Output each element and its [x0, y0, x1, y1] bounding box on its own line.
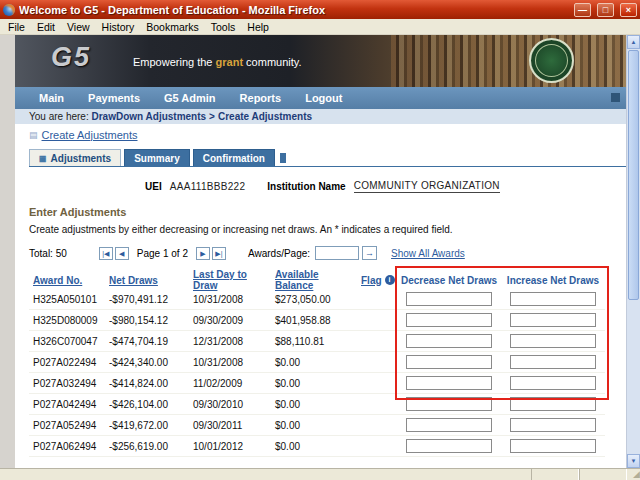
tab-adjustments[interactable]: ▦Adjustments [29, 149, 121, 166]
column-header-label[interactable]: Last Day to Draw [193, 269, 271, 291]
decrease-net-draws-input[interactable] [406, 397, 492, 411]
increase-net-draws-input[interactable] [510, 292, 596, 306]
increase-net-draws-input[interactable] [510, 376, 596, 390]
decrease-net-draws-input[interactable] [406, 418, 492, 432]
tab-endcap-decoration [280, 153, 286, 163]
last-day-to-draw-cell: 10/31/2008 [189, 294, 271, 305]
tab-label: Summary [134, 153, 180, 164]
available-balance-cell: $273,050.00 [271, 294, 357, 305]
go-button[interactable]: → [362, 246, 377, 260]
scrollbar-thumb[interactable] [628, 50, 639, 300]
tab-strip: ▦AdjustmentsSummaryConfirmation [29, 149, 626, 167]
page-content: ▤ Create Adjustments ▦AdjustmentsSummary… [15, 124, 626, 457]
column-header-award-no[interactable]: Award No. [29, 275, 105, 286]
increase-net-draws-input[interactable] [510, 334, 596, 348]
column-header-label[interactable]: Net Draws [109, 275, 158, 286]
nav-payments[interactable]: Payments [88, 92, 140, 104]
tab-confirmation[interactable]: Confirmation [193, 149, 275, 166]
nav-main[interactable]: Main [39, 92, 64, 104]
show-all-awards-link[interactable]: Show All Awards [391, 248, 465, 259]
decrease-net-draws-input[interactable] [406, 439, 492, 453]
maximize-button[interactable]: □ [597, 3, 614, 17]
column-header-flag[interactable]: Flagi [357, 275, 397, 286]
net-draws-cell: -$424,340.00 [105, 357, 189, 368]
increase-net-draws-input[interactable] [510, 397, 596, 411]
page-title-row: ▤ Create Adjustments [29, 127, 616, 142]
column-header-available-balance[interactable]: Available Balance [271, 269, 357, 291]
decrease-net-draws-input[interactable] [406, 292, 492, 306]
nav-logout[interactable]: Logout [305, 92, 342, 104]
scroll-up-icon[interactable]: ▲ [627, 35, 640, 49]
scroll-down-icon[interactable]: ▼ [627, 454, 640, 468]
decrease-cell [397, 313, 501, 327]
decrease-cell [397, 355, 501, 369]
first-page-button[interactable]: |◀ [99, 247, 113, 260]
breadcrumb-link-create-adjustments[interactable]: Create Adjustments [218, 111, 312, 122]
column-header-label[interactable]: Flag [361, 275, 382, 286]
instructions-text: Create adjustments by either decreasing … [29, 224, 616, 235]
decrease-cell [397, 334, 501, 348]
net-draws-cell: -$419,672.00 [105, 420, 189, 431]
net-draws-cell: -$256,619.00 [105, 441, 189, 452]
increase-cell [501, 355, 605, 369]
menu-view[interactable]: View [61, 21, 96, 33]
available-balance-cell: $88,110.81 [271, 336, 357, 347]
column-header-net-draws[interactable]: Net Draws [105, 275, 189, 286]
next-page-button[interactable]: ▶ [196, 247, 210, 260]
decrease-net-draws-input[interactable] [406, 355, 492, 369]
previous-page-button[interactable]: ◀ [115, 247, 129, 260]
minimize-button[interactable]: — [574, 3, 591, 17]
pagination-controls: |◀ ◀ Page 1 of 2 ▶ ▶| [99, 247, 226, 260]
table-row: P027A052494-$419,672.0009/30/2011$0.00 [29, 415, 605, 436]
close-button[interactable]: × [620, 3, 637, 17]
uei-label: UEI [145, 181, 162, 192]
create-adjustments-link[interactable]: Create Adjustments [42, 129, 138, 141]
breadcrumb-prefix: You are here: [29, 111, 91, 122]
uei-value: AAA111BBB222 [170, 181, 246, 192]
net-draws-cell: -$474,704.19 [105, 336, 189, 347]
decrease-net-draws-input[interactable] [406, 376, 492, 390]
awards-per-page-input[interactable] [315, 246, 359, 260]
nav-decoration [611, 93, 620, 102]
breadcrumb-link-drawdown-adjustments[interactable]: DrawDown Adjustments [91, 111, 206, 122]
flag-info-icon[interactable]: i [385, 275, 395, 285]
menu-tools[interactable]: Tools [205, 21, 242, 33]
increase-cell [501, 292, 605, 306]
increase-net-draws-input[interactable] [510, 355, 596, 369]
decrease-cell [397, 397, 501, 411]
increase-cell [501, 397, 605, 411]
available-balance-cell: $0.00 [271, 420, 357, 431]
award-no-cell: P027A032494 [29, 378, 105, 389]
increase-net-draws-input[interactable] [510, 313, 596, 327]
menu-edit[interactable]: Edit [31, 21, 61, 33]
available-balance-cell: $0.00 [271, 357, 357, 368]
title-bar: Welcome to G5 - Department of Education … [0, 0, 640, 19]
nav-g5-admin[interactable]: G5 Admin [164, 92, 216, 104]
increase-cell [501, 439, 605, 453]
decrease-net-draws-input[interactable] [406, 313, 492, 327]
last-day-to-draw-cell: 11/02/2009 [189, 378, 271, 389]
menu-file[interactable]: File [2, 21, 31, 33]
column-header-label[interactable]: Available Balance [275, 269, 357, 291]
menu-history[interactable]: History [96, 21, 141, 33]
available-balance-cell: $0.00 [271, 399, 357, 410]
decrease-cell [397, 376, 501, 390]
resize-grip[interactable]: ◢ [627, 469, 640, 480]
increase-net-draws-input[interactable] [510, 439, 596, 453]
last-page-button[interactable]: ▶| [212, 247, 226, 260]
menu-bookmarks[interactable]: Bookmarks [140, 21, 205, 33]
column-header-label[interactable]: Award No. [33, 275, 82, 286]
decrease-cell [397, 418, 501, 432]
increase-net-draws-input[interactable] [510, 418, 596, 432]
decrease-net-draws-input[interactable] [406, 334, 492, 348]
menu-help[interactable]: Help [241, 21, 275, 33]
vertical-scrollbar[interactable]: ▲ ▼ [626, 35, 640, 468]
tab-summary[interactable]: Summary [124, 149, 190, 166]
column-header-decrease-net-draws: Decrease Net Draws [397, 275, 501, 286]
column-header-last-day-to-draw[interactable]: Last Day to Draw [189, 269, 271, 291]
firefox-icon[interactable] [3, 4, 15, 16]
total-count: Total: 50 [29, 248, 67, 259]
g5-logo: G5 [51, 42, 91, 73]
column-header-label: Increase Net Draws [507, 275, 599, 286]
nav-reports[interactable]: Reports [240, 92, 282, 104]
